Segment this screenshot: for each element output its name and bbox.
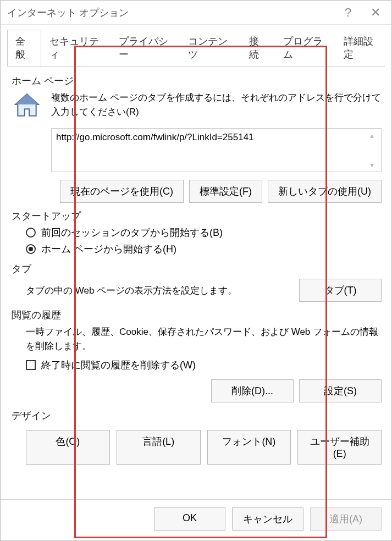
home-description: 複数のホーム ページのタブを作成するには、それぞれのアドレスを行で分けて入力して…: [51, 91, 382, 124]
tab-security[interactable]: セキュリティ: [41, 30, 111, 67]
use-default-button[interactable]: 標準設定(F): [189, 180, 262, 203]
radio-last-session-label: 前回のセッションのタブから開始する(B): [41, 226, 223, 239]
radio-home-page[interactable]: ホーム ページから開始する(H): [26, 242, 382, 256]
home-url-value: http://go.microsoft.com/fwlink/p/?LinkId…: [56, 132, 254, 142]
home-icon: [10, 91, 43, 124]
tab-programs[interactable]: プログラム: [275, 30, 335, 67]
radio-last-session[interactable]: 前回のセッションのタブから開始する(B): [26, 226, 382, 239]
close-button[interactable]: ✕: [362, 1, 389, 25]
group-home: ホーム ページ: [12, 74, 382, 87]
settings-button[interactable]: 設定(S): [299, 379, 382, 402]
ok-button[interactable]: OK: [154, 507, 225, 531]
internet-options-window: インターネット オプション ? ✕ 全般 セキュリティ プライバシー コンテンツ…: [0, 0, 392, 541]
delete-button[interactable]: 削除(D)...: [211, 379, 294, 402]
tabs-button[interactable]: タブ(T): [299, 279, 382, 302]
svg-marker-1: [15, 94, 38, 104]
check-delete-on-exit-label: 終了時に閲覧の履歴を削除する(W): [41, 358, 196, 372]
titlebar: インターネット オプション ? ✕: [1, 1, 391, 25]
scroll-up-icon[interactable]: ▴: [370, 131, 379, 140]
checkbox-icon: [26, 360, 36, 370]
tab-strip: 全般 セキュリティ プライバシー コンテンツ 接続 プログラム 詳細設定: [1, 25, 391, 66]
cancel-button[interactable]: キャンセル: [232, 507, 303, 531]
radio-home-page-label: ホーム ページから開始する(H): [41, 242, 176, 256]
group-design: デザイン: [12, 409, 382, 422]
tab-content[interactable]: コンテンツ: [180, 30, 240, 67]
use-current-button[interactable]: 現在のページを使用(C): [60, 180, 184, 203]
scroll-down-icon[interactable]: ▾: [370, 161, 379, 169]
dialog-footer: OK キャンセル 適用(A): [1, 499, 391, 540]
apply-button[interactable]: 適用(A): [310, 507, 382, 531]
group-startup: スタートアップ: [12, 209, 382, 223]
group-history: 閲覧の履歴: [12, 308, 382, 322]
tab-advanced[interactable]: 詳細設定: [335, 30, 387, 67]
window-title: インターネット オプション: [7, 6, 129, 19]
radio-icon: [26, 228, 36, 238]
tabs-description: タブの中の Web ページの表示方法を設定します。: [26, 284, 237, 297]
check-delete-on-exit[interactable]: 終了時に閲覧の履歴を削除する(W): [26, 358, 382, 372]
tab-privacy[interactable]: プライバシー: [111, 30, 180, 67]
radio-icon: [26, 244, 36, 254]
history-description: 一時ファイル、履歴、Cookie、保存されたパスワード、および Web フォーム…: [26, 325, 382, 354]
language-button[interactable]: 言語(L): [117, 430, 201, 465]
help-button[interactable]: ?: [334, 1, 362, 25]
home-url-textarea[interactable]: http://go.microsoft.com/fwlink/p/?LinkId…: [51, 128, 382, 172]
use-newtab-button[interactable]: 新しいタブの使用(U): [268, 180, 382, 203]
tab-general[interactable]: 全般: [7, 30, 41, 67]
tab-connections[interactable]: 接続: [241, 30, 275, 67]
font-button[interactable]: フォント(N): [207, 430, 291, 465]
accessibility-button[interactable]: ユーザー補助(E): [297, 430, 382, 465]
color-button[interactable]: 色(O): [26, 430, 110, 465]
general-panel: ホーム ページ 複数のホーム ページのタブを作成するには、それぞれのアドレスを行…: [7, 66, 385, 500]
group-tabs: タブ: [12, 262, 382, 275]
